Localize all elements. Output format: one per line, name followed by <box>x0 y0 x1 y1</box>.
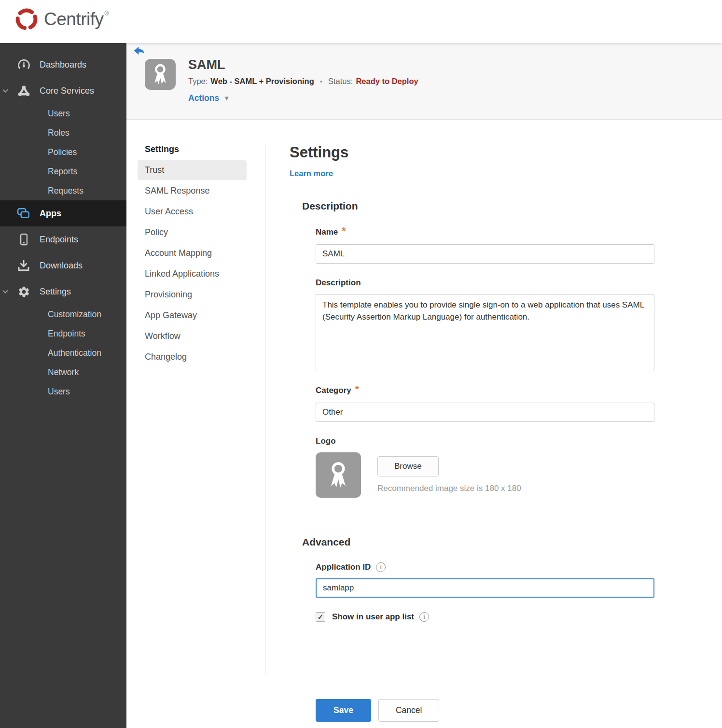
subnav-item-policy[interactable]: Policy <box>138 223 247 242</box>
sidebar-item-policies[interactable]: Policies <box>0 142 126 162</box>
back-arrow-icon[interactable] <box>133 46 145 56</box>
sidebar-item-core-services[interactable]: Core Services <box>0 78 126 104</box>
type-label: Type: <box>188 77 208 86</box>
sidebar-item-settings[interactable]: Settings <box>0 279 126 305</box>
chevron-down-icon[interactable] <box>2 290 9 294</box>
subnav-item-provisioning[interactable]: Provisioning <box>138 285 247 305</box>
learn-more-link[interactable]: Learn more <box>290 169 333 178</box>
dot-separator: • <box>320 77 322 85</box>
description-textarea[interactable]: This template enables you to provide sin… <box>316 294 654 370</box>
subnav-item-linked-applications[interactable]: Linked Applications <box>138 264 247 284</box>
caret-down-icon: ▼ <box>223 95 230 102</box>
description-label: Description <box>316 278 671 288</box>
actions-menu-button[interactable]: Actions ▼ <box>188 93 230 103</box>
application-id-input[interactable] <box>316 578 654 598</box>
app-logo-badge <box>145 59 176 90</box>
page: Centrify ® Dashboards Core Services User… <box>0 0 722 728</box>
required-asterisk: * <box>342 225 346 237</box>
brand-name: Centrify <box>44 6 103 32</box>
subnav-item-workflow[interactable]: Workflow <box>138 326 247 346</box>
browse-button[interactable]: Browse <box>377 456 439 476</box>
sidebar-item-downloads[interactable]: Downloads <box>0 252 126 279</box>
status-value: Ready to Deploy <box>356 77 418 86</box>
logo-preview <box>316 452 361 498</box>
name-label-row: Name * <box>316 226 671 238</box>
type-value: Web - SAML + Provisioning <box>210 77 314 86</box>
subnav-header: Settings <box>138 141 247 160</box>
sidebar-item-users[interactable]: Users <box>0 104 126 123</box>
apps-icon <box>16 208 31 219</box>
category-input[interactable] <box>316 403 654 422</box>
app-settings-nav: Settings Trust SAML Response User Access… <box>138 141 247 368</box>
gear-icon <box>16 285 31 298</box>
sidebar-item-roles[interactable]: Roles <box>0 123 126 142</box>
top-bar: Centrify ® <box>0 0 722 43</box>
sidebar-item-authentication[interactable]: Authentication <box>0 343 126 363</box>
sidebar-item-network[interactable]: Network <box>0 363 126 382</box>
subnav-item-app-gateway[interactable]: App Gateway <box>138 306 247 325</box>
page-title: Settings <box>290 144 671 161</box>
subnav-item-account-mapping[interactable]: Account Mapping <box>138 243 247 263</box>
sidebar-item-reports[interactable]: Reports <box>0 162 126 181</box>
sidebar-item-settings-users[interactable]: Users <box>0 382 126 401</box>
application-id-label-row: Application ID i <box>316 562 671 572</box>
app-header: SAML Type: Web - SAML + Provisioning • S… <box>126 43 722 120</box>
subnav-item-saml-response[interactable]: SAML Response <box>138 181 247 201</box>
sidebar: Dashboards Core Services Users Roles Pol… <box>0 43 126 728</box>
status-label: Status: <box>328 77 353 86</box>
cancel-button[interactable]: Cancel <box>378 699 439 722</box>
info-icon[interactable]: i <box>419 612 429 622</box>
description-section-heading: Description <box>302 200 671 212</box>
vertical-divider <box>265 145 265 675</box>
check-icon: ✓ <box>318 613 324 621</box>
settings-panel: Settings Learn more Description Name * D… <box>290 144 671 722</box>
subnav-item-trust[interactable]: Trust <box>138 160 247 180</box>
show-in-user-app-list-row: ✓ Show in user app list i <box>316 612 671 622</box>
centrify-swirl-icon <box>14 6 40 32</box>
subnav-item-user-access[interactable]: User Access <box>138 202 247 222</box>
sidebar-item-endpoints[interactable]: Endpoints <box>0 226 126 252</box>
subnav-item-changelog[interactable]: Changelog <box>138 347 247 367</box>
required-asterisk: * <box>355 383 359 395</box>
show-in-user-app-list-checkbox[interactable]: ✓ <box>316 612 325 622</box>
endpoints-phone-icon <box>16 233 31 246</box>
save-button[interactable]: Save <box>316 699 371 722</box>
downloads-icon <box>16 260 31 271</box>
dashboard-gauge-icon <box>16 59 31 70</box>
sidebar-item-settings-endpoints[interactable]: Endpoints <box>0 324 126 343</box>
sidebar-item-dashboards[interactable]: Dashboards <box>0 52 126 78</box>
ribbon-award-icon <box>327 460 350 490</box>
logo-size-hint: Recommended image size is 180 x 180 <box>377 484 521 493</box>
app-meta-line: Type: Web - SAML + Provisioning • Status… <box>188 77 418 86</box>
centrify-logo: Centrify ® <box>14 6 109 32</box>
content-area: Settings Trust SAML Response User Access… <box>126 120 722 728</box>
show-in-user-app-list-label: Show in user app list <box>332 612 414 622</box>
chevron-down-icon[interactable] <box>2 89 9 93</box>
app-title: SAML <box>188 57 418 72</box>
sidebar-item-customization[interactable]: Customization <box>0 305 126 324</box>
name-input[interactable] <box>316 244 654 264</box>
logo-label: Logo <box>316 436 671 446</box>
advanced-section-heading: Advanced <box>302 536 671 548</box>
category-label-row: Category * <box>316 385 671 396</box>
sidebar-item-apps[interactable]: Apps <box>0 200 126 226</box>
core-services-icon <box>16 85 31 97</box>
info-icon[interactable]: i <box>376 562 386 572</box>
brand-trademark: ® <box>104 10 109 17</box>
sidebar-item-requests[interactable]: Requests <box>0 181 126 200</box>
ribbon-award-icon <box>151 62 169 86</box>
